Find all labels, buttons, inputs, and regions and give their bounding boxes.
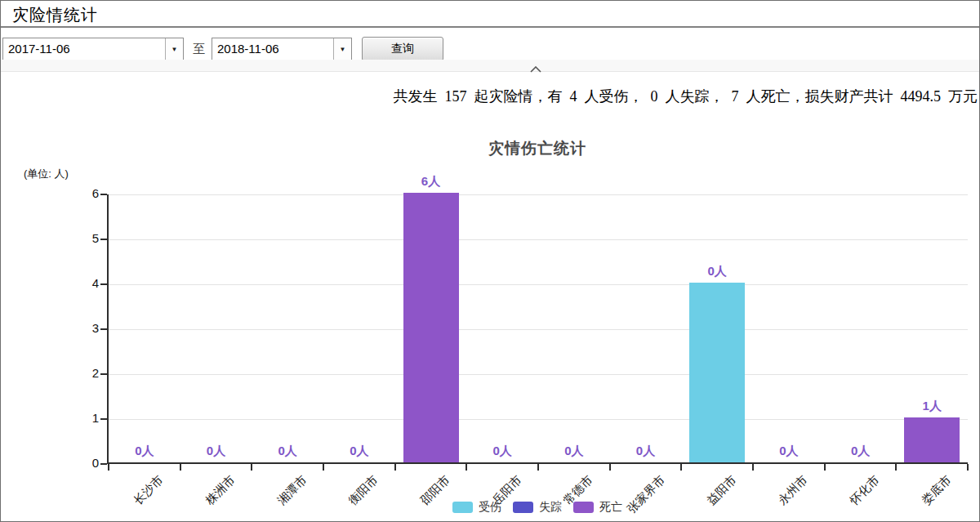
bar-死亡[interactable]	[403, 193, 459, 462]
chart-title: 灾情伤亡统计	[107, 138, 968, 159]
y-axis-label: 1	[71, 411, 99, 425]
x-axis-tick	[251, 464, 252, 471]
bar-value-label: 0人	[564, 444, 583, 459]
y-axis-label: 4	[71, 276, 99, 290]
y-axis-tick	[100, 283, 107, 285]
x-axis-tick	[824, 464, 826, 471]
end-date-picker[interactable]: 2018-11-06 ▼	[212, 38, 352, 60]
category-column: 1人娄底市	[896, 194, 968, 462]
category-column: 0人岳阳市	[466, 194, 538, 462]
x-axis-tick	[752, 464, 754, 471]
y-axis-tick	[100, 328, 107, 330]
dropdown-arrow-icon[interactable]: ▼	[165, 38, 183, 60]
query-button[interactable]: 查询	[362, 37, 443, 61]
bar-value-label: 0人	[708, 264, 727, 279]
y-axis-label: 2	[71, 366, 99, 380]
bar-受伤[interactable]	[689, 283, 745, 462]
x-axis-tick	[967, 464, 969, 471]
bar-value-label: 0人	[350, 444, 368, 459]
collapse-strip	[1, 60, 979, 72]
bar-value-label: 0人	[636, 444, 655, 459]
start-date-picker[interactable]: 2017-11-06 ▼	[2, 38, 184, 60]
collapse-chevron-icon[interactable]	[530, 62, 541, 69]
bar-value-label: 0人	[851, 444, 870, 459]
bar-value-label: 6人	[421, 174, 440, 190]
plot-area: 01234560人长沙市0人株洲市0人湘潭市0人衡阳市6人邵阳市0人岳阳市0人常…	[107, 194, 968, 464]
bar-value-label: 0人	[135, 444, 154, 459]
range-separator-label: 至	[193, 38, 205, 60]
legend-label: 死亡	[599, 500, 622, 515]
bar-value-label: 0人	[493, 444, 512, 459]
end-date-value: 2018-11-06	[212, 38, 333, 60]
x-axis-tick	[680, 464, 682, 471]
y-axis-label: 5	[71, 231, 99, 245]
bar-value-label: 0人	[278, 444, 297, 459]
y-axis-tick	[100, 418, 107, 420]
x-axis-tick	[323, 464, 324, 471]
legend-swatch-icon	[513, 502, 533, 513]
legend-swatch-icon	[452, 502, 473, 513]
legend-swatch-icon	[573, 502, 594, 513]
category-column: 0人张家界市	[610, 194, 682, 462]
category-column: 0人长沙市	[109, 194, 180, 462]
x-axis-tick	[537, 464, 539, 471]
category-columns: 0人长沙市0人株洲市0人湘潭市0人衡阳市6人邵阳市0人岳阳市0人常德市0人张家界…	[109, 194, 968, 462]
bar-value-label: 0人	[207, 444, 225, 459]
legend-label: 受伤	[479, 500, 501, 515]
summary-text: 共发生 157 起灾险情，有 4 人受伤， 0 人失踪， 7 人死亡，损失财产共…	[394, 87, 978, 106]
y-axis-label: 3	[71, 321, 99, 335]
dropdown-arrow-icon[interactable]: ▼	[333, 38, 351, 60]
start-date-value: 2017-11-06	[3, 38, 165, 60]
category-column: 0人株洲市	[180, 194, 252, 462]
page-title: 灾险情统计	[12, 4, 98, 26]
category-column: 0人湘潭市	[252, 194, 323, 462]
legend-item-受伤[interactable]: 受伤	[452, 500, 501, 515]
bar-value-label: 0人	[779, 444, 798, 459]
y-axis-tick	[100, 373, 107, 375]
y-axis-tick	[100, 239, 107, 240]
chart-legend: 受伤失踪死亡	[107, 500, 968, 515]
category-column: 6人邵阳市	[395, 194, 467, 462]
category-column: 0人永州市	[753, 194, 825, 462]
app-window: 灾险情统计 2017-11-06 ▼ 至 2018-11-06 ▼ 查询 共发生…	[0, 0, 980, 522]
y-axis-tick	[100, 463, 107, 465]
category-column: 0人衡阳市	[323, 194, 395, 462]
bar-value-label: 1人	[923, 399, 942, 414]
x-axis-tick	[108, 464, 109, 471]
x-axis-tick	[180, 464, 181, 471]
category-column: 0人怀化市	[825, 194, 897, 462]
x-axis-tick	[609, 464, 611, 471]
legend-item-失踪[interactable]: 失踪	[513, 500, 562, 515]
x-axis-tick	[895, 464, 897, 471]
y-axis-label: 6	[71, 186, 99, 200]
legend-item-死亡[interactable]: 死亡	[573, 500, 622, 515]
category-column: 0人益阳市	[681, 194, 753, 462]
y-axis-label: 0	[71, 456, 99, 470]
category-column: 0人常德市	[538, 194, 610, 462]
legend-label: 失踪	[539, 500, 562, 515]
x-axis-tick	[394, 464, 396, 471]
unit-label: (单位: 人)	[24, 167, 69, 181]
x-axis-tick	[466, 464, 467, 471]
bar-死亡[interactable]	[904, 417, 960, 462]
y-axis-tick	[100, 194, 107, 195]
title-bar: 灾险情统计	[1, 1, 979, 28]
